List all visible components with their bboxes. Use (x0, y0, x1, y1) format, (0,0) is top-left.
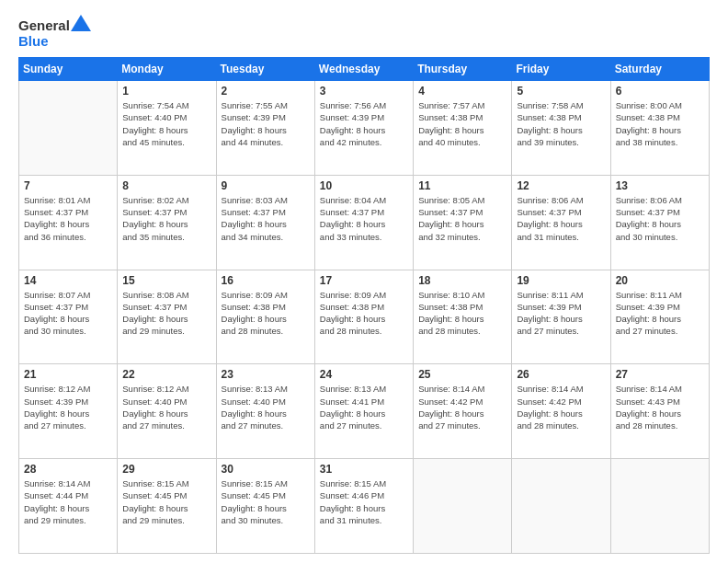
weekday-header-monday: Monday (118, 58, 216, 81)
day-info: Sunrise: 8:15 AMSunset: 4:45 PMDaylight:… (222, 477, 310, 526)
calendar-cell: 5Sunrise: 7:58 AMSunset: 4:38 PMDaylight… (512, 81, 610, 176)
weekday-header-saturday: Saturday (610, 58, 709, 81)
day-number: 25 (418, 368, 506, 381)
day-number: 30 (222, 463, 310, 476)
page: General Blue SundayMondayTuesdayWednesda… (0, 0, 728, 563)
calendar-cell: 31Sunrise: 8:15 AMSunset: 4:46 PMDayligh… (314, 459, 413, 554)
day-info: Sunrise: 8:14 AMSunset: 4:42 PMDaylight:… (517, 383, 605, 431)
day-number: 24 (320, 368, 408, 381)
calendar-cell: 24Sunrise: 8:13 AMSunset: 4:41 PMDayligh… (314, 364, 413, 459)
day-number: 19 (517, 274, 605, 287)
weekday-header-sunday: Sunday (19, 58, 118, 81)
calendar-cell: 16Sunrise: 8:09 AMSunset: 4:38 PMDayligh… (216, 270, 314, 364)
day-info: Sunrise: 7:54 AMSunset: 4:40 PMDaylight:… (122, 99, 210, 148)
calendar-cell: 10Sunrise: 8:04 AMSunset: 4:37 PMDayligh… (314, 175, 413, 270)
day-info: Sunrise: 8:04 AMSunset: 4:37 PMDaylight:… (320, 194, 408, 243)
calendar-cell: 9Sunrise: 8:03 AMSunset: 4:37 PMDaylight… (216, 175, 314, 270)
day-number: 17 (320, 274, 408, 287)
day-info: Sunrise: 8:14 AMSunset: 4:44 PMDaylight:… (24, 477, 112, 526)
calendar-cell: 29Sunrise: 8:15 AMSunset: 4:45 PMDayligh… (118, 459, 216, 554)
day-info: Sunrise: 8:14 AMSunset: 4:43 PMDaylight:… (616, 383, 704, 431)
day-number: 11 (418, 179, 506, 192)
calendar-cell: 14Sunrise: 8:07 AMSunset: 4:37 PMDayligh… (19, 270, 118, 364)
day-number: 16 (222, 274, 310, 287)
calendar-cell (414, 459, 512, 554)
calendar-cell: 20Sunrise: 8:11 AMSunset: 4:39 PMDayligh… (610, 270, 709, 364)
calendar-cell: 21Sunrise: 8:12 AMSunset: 4:39 PMDayligh… (19, 364, 118, 459)
calendar-cell: 12Sunrise: 8:06 AMSunset: 4:37 PMDayligh… (512, 175, 610, 270)
day-number: 6 (616, 85, 704, 98)
weekday-header-friday: Friday (512, 58, 610, 81)
day-number: 31 (320, 463, 408, 476)
calendar-cell: 18Sunrise: 8:10 AMSunset: 4:38 PMDayligh… (414, 270, 512, 364)
calendar-cell (610, 459, 709, 554)
day-number: 26 (517, 368, 605, 381)
calendar-cell: 19Sunrise: 8:11 AMSunset: 4:39 PMDayligh… (512, 270, 610, 364)
day-info: Sunrise: 8:14 AMSunset: 4:42 PMDaylight:… (418, 383, 506, 431)
day-info: Sunrise: 7:56 AMSunset: 4:39 PMDaylight:… (320, 99, 408, 148)
day-info: Sunrise: 8:10 AMSunset: 4:38 PMDaylight:… (418, 289, 506, 338)
calendar-cell: 28Sunrise: 8:14 AMSunset: 4:44 PMDayligh… (19, 459, 118, 554)
day-number: 1 (122, 85, 210, 98)
calendar-week-2: 7Sunrise: 8:01 AMSunset: 4:37 PMDaylight… (19, 175, 710, 270)
day-number: 15 (122, 274, 210, 287)
calendar-cell: 7Sunrise: 8:01 AMSunset: 4:37 PMDaylight… (19, 175, 118, 270)
day-number: 7 (24, 179, 112, 192)
day-info: Sunrise: 8:12 AMSunset: 4:39 PMDaylight:… (24, 383, 112, 431)
day-info: Sunrise: 8:15 AMSunset: 4:45 PMDaylight:… (122, 477, 210, 526)
calendar-cell: 22Sunrise: 8:12 AMSunset: 4:40 PMDayligh… (118, 364, 216, 459)
logo: General Blue (18, 17, 91, 50)
calendar-cell (19, 81, 118, 176)
day-number: 8 (122, 179, 210, 192)
calendar-cell: 11Sunrise: 8:05 AMSunset: 4:37 PMDayligh… (414, 175, 512, 270)
day-number: 2 (222, 85, 310, 98)
day-info: Sunrise: 7:58 AMSunset: 4:38 PMDaylight:… (517, 99, 605, 148)
day-number: 23 (222, 368, 310, 381)
day-number: 20 (616, 274, 704, 287)
day-info: Sunrise: 8:03 AMSunset: 4:37 PMDaylight:… (222, 194, 310, 243)
weekday-header-tuesday: Tuesday (216, 58, 314, 81)
svg-marker-0 (71, 15, 91, 31)
calendar-cell: 17Sunrise: 8:09 AMSunset: 4:38 PMDayligh… (314, 270, 413, 364)
calendar-week-3: 14Sunrise: 8:07 AMSunset: 4:37 PMDayligh… (19, 270, 710, 364)
logo-general-text: General (18, 17, 70, 33)
calendar-table: SundayMondayTuesdayWednesdayThursdayFrid… (18, 57, 710, 554)
logo-icon (71, 15, 91, 33)
calendar-week-1: 1Sunrise: 7:54 AMSunset: 4:40 PMDaylight… (19, 81, 710, 176)
day-info: Sunrise: 7:55 AMSunset: 4:39 PMDaylight:… (222, 99, 310, 148)
calendar-cell: 15Sunrise: 8:08 AMSunset: 4:37 PMDayligh… (118, 270, 216, 364)
day-number: 27 (616, 368, 704, 381)
weekday-header-thursday: Thursday (414, 58, 512, 81)
calendar-cell: 1Sunrise: 7:54 AMSunset: 4:40 PMDaylight… (118, 81, 216, 176)
day-info: Sunrise: 8:07 AMSunset: 4:37 PMDaylight:… (24, 289, 112, 338)
day-number: 12 (517, 179, 605, 192)
calendar-cell: 23Sunrise: 8:13 AMSunset: 4:40 PMDayligh… (216, 364, 314, 459)
day-info: Sunrise: 8:15 AMSunset: 4:46 PMDaylight:… (320, 477, 408, 526)
day-number: 14 (24, 274, 112, 287)
calendar-cell: 13Sunrise: 8:06 AMSunset: 4:37 PMDayligh… (610, 175, 709, 270)
calendar-cell: 26Sunrise: 8:14 AMSunset: 4:42 PMDayligh… (512, 364, 610, 459)
day-number: 22 (122, 368, 210, 381)
day-info: Sunrise: 8:00 AMSunset: 4:38 PMDaylight:… (616, 99, 704, 148)
day-info: Sunrise: 8:06 AMSunset: 4:37 PMDaylight:… (616, 194, 704, 243)
day-info: Sunrise: 8:09 AMSunset: 4:38 PMDaylight:… (222, 289, 310, 338)
day-number: 4 (418, 85, 506, 98)
day-info: Sunrise: 8:09 AMSunset: 4:38 PMDaylight:… (320, 289, 408, 338)
day-number: 5 (517, 85, 605, 98)
day-info: Sunrise: 8:11 AMSunset: 4:39 PMDaylight:… (616, 289, 704, 338)
calendar-week-4: 21Sunrise: 8:12 AMSunset: 4:39 PMDayligh… (19, 364, 710, 459)
day-info: Sunrise: 8:01 AMSunset: 4:37 PMDaylight:… (24, 194, 112, 243)
calendar-cell: 2Sunrise: 7:55 AMSunset: 4:39 PMDaylight… (216, 81, 314, 176)
day-info: Sunrise: 8:06 AMSunset: 4:37 PMDaylight:… (517, 194, 605, 243)
calendar-week-5: 28Sunrise: 8:14 AMSunset: 4:44 PMDayligh… (19, 459, 710, 554)
calendar-cell: 27Sunrise: 8:14 AMSunset: 4:43 PMDayligh… (610, 364, 709, 459)
day-number: 21 (24, 368, 112, 381)
header: General Blue (18, 17, 710, 50)
calendar-cell: 3Sunrise: 7:56 AMSunset: 4:39 PMDaylight… (314, 81, 413, 176)
logo-blue-text: Blue (18, 33, 49, 49)
calendar-cell: 8Sunrise: 8:02 AMSunset: 4:37 PMDaylight… (118, 175, 216, 270)
calendar-cell: 4Sunrise: 7:57 AMSunset: 4:38 PMDaylight… (414, 81, 512, 176)
calendar-cell: 6Sunrise: 8:00 AMSunset: 4:38 PMDaylight… (610, 81, 709, 176)
day-info: Sunrise: 7:57 AMSunset: 4:38 PMDaylight:… (418, 99, 506, 148)
day-info: Sunrise: 8:12 AMSunset: 4:40 PMDaylight:… (122, 383, 210, 431)
